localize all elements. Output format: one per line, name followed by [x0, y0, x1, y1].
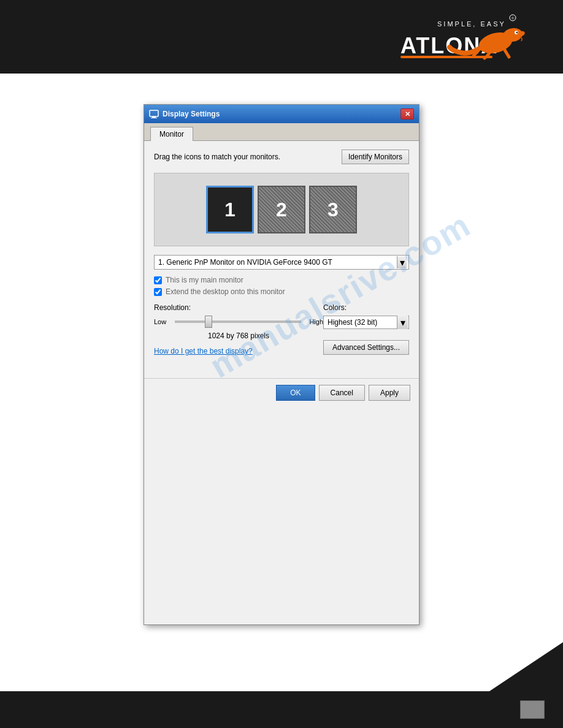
help-link-row: How do I get the best display?: [154, 345, 323, 356]
dialog-footer: OK Cancel Apply: [144, 378, 419, 407]
svg-rect-11: [151, 118, 157, 118]
resolution-section: Resolution: Low High 1024 by 768 pixels …: [154, 303, 323, 365]
colors-label: Colors:: [323, 303, 409, 312]
monitor-2-box[interactable]: 2: [258, 186, 305, 233]
colors-select[interactable]: Highest (32 bit) Medium (16 bit): [323, 316, 409, 329]
monitor-3-box[interactable]: 3: [309, 186, 357, 233]
dialog-titlebar: Display Settings ✕: [144, 105, 419, 123]
resolution-label: Resolution:: [154, 303, 323, 312]
slider-low-label: Low: [154, 318, 171, 325]
dialog-body: Monitor Drag the icons to match your mon…: [144, 123, 419, 407]
slider-track: [175, 316, 301, 328]
close-button[interactable]: ✕: [400, 108, 414, 119]
extend-desktop-checkbox[interactable]: [154, 288, 162, 296]
apply-button[interactable]: Apply: [369, 385, 410, 401]
svg-text:®: ®: [511, 17, 515, 20]
main-monitor-checkbox-row: This is my main monitor: [154, 276, 409, 284]
instruction-row: Drag the icons to match your monitors. I…: [154, 150, 409, 164]
tab-monitor[interactable]: Monitor: [150, 127, 193, 141]
extend-desktop-checkbox-row: Extend the desktop onto this monitor: [154, 287, 409, 296]
tagline-text: SIMPLE, EASY: [437, 20, 506, 28]
dialog-title-text: Display Settings: [163, 110, 220, 118]
extend-desktop-label: Extend the desktop onto this monitor: [166, 287, 285, 296]
slider-high-label: High: [305, 318, 323, 325]
settings-row: Resolution: Low High 1024 by 768 pixels …: [154, 303, 409, 365]
monitor-preview-area: 1 2 3: [154, 173, 409, 246]
svg-rect-8: [400, 56, 492, 58]
colors-dropdown-wrapper: Highest (32 bit) Medium (16 bit) ▾: [323, 316, 409, 329]
svg-rect-10: [152, 116, 156, 118]
identify-monitors-button[interactable]: Identify Monitors: [342, 150, 409, 164]
resolution-value-text: 1024 by 768 pixels: [154, 332, 323, 340]
display-settings-dialog: Display Settings ✕ Monitor Drag the icon…: [144, 104, 419, 625]
dialog-content: Drag the icons to match your monitors. I…: [144, 141, 419, 378]
bottom-square-decoration: [520, 700, 545, 719]
monitor-icon: [149, 109, 159, 119]
bottom-right-decoration: [489, 642, 563, 691]
advanced-settings-button[interactable]: Advanced Settings...: [323, 340, 409, 355]
monitor-select[interactable]: 1. Generic PnP Monitor on NVIDIA GeForce…: [154, 255, 409, 270]
bottom-bar: [0, 691, 563, 728]
monitor-dropdown-wrapper: 1. Generic PnP Monitor on NVIDIA GeForce…: [154, 255, 409, 270]
monitor-1-box[interactable]: 1: [206, 186, 254, 233]
top-bar: SIMPLE, EASY ® ATLONA: [0, 0, 563, 74]
ok-button[interactable]: OK: [276, 385, 315, 401]
resolution-slider[interactable]: [175, 320, 301, 323]
colors-section: Colors: Highest (32 bit) Medium (16 bit)…: [323, 303, 409, 355]
tab-strip: Monitor: [144, 123, 419, 141]
svg-rect-9: [150, 110, 158, 116]
monitor-select-row: 1. Generic PnP Monitor on NVIDIA GeForce…: [154, 255, 409, 270]
atlona-logo-area: SIMPLE, EASY ® ATLONA: [330, 6, 526, 67]
atlona-logo: SIMPLE, EASY ® ATLONA: [342, 9, 526, 64]
cancel-button[interactable]: Cancel: [319, 385, 365, 401]
main-monitor-label: This is my main monitor: [166, 276, 243, 284]
slider-row: Low High: [154, 316, 323, 328]
best-display-link[interactable]: How do I get the best display?: [154, 347, 253, 355]
main-monitor-checkbox[interactable]: [154, 276, 162, 284]
instruction-text: Drag the icons to match your monitors.: [154, 153, 280, 161]
dialog-title-left: Display Settings: [149, 109, 220, 119]
main-content: manualsrive.com Display Settings ✕ Monit…: [0, 74, 563, 625]
svg-point-6: [516, 32, 518, 34]
